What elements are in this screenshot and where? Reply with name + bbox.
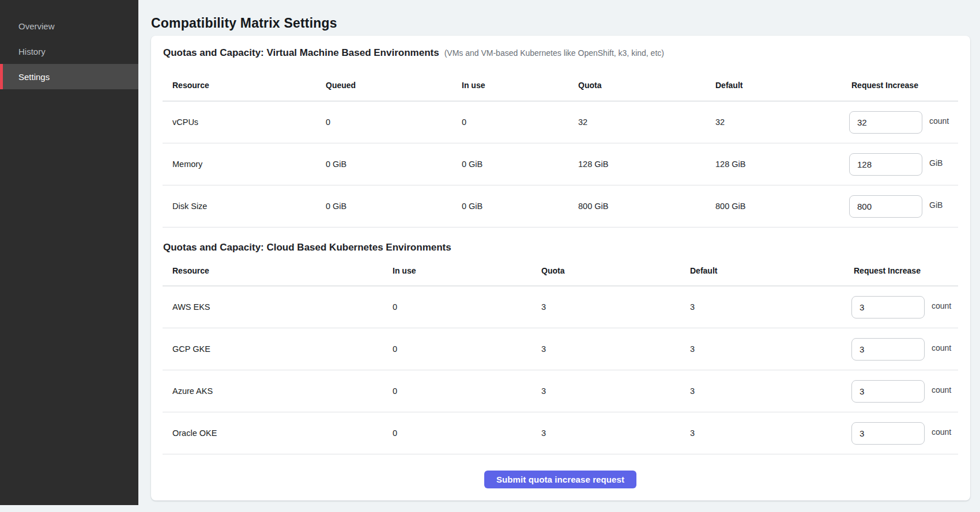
cell-in-use: 0 xyxy=(393,428,541,438)
unit-label: count xyxy=(932,385,951,395)
cloud-table-header-row: Resource In use Quota Default Request In… xyxy=(163,256,958,286)
cell-resource: Azure AKS xyxy=(163,386,393,396)
quotas-settings-card: Quotas and Capacity: Virtual Machine Bas… xyxy=(151,36,970,500)
vm-section-subtitle: (VMs and VM-based Kubernetes like OpenSh… xyxy=(444,48,664,58)
cell-quota: 3 xyxy=(541,302,690,312)
cell-default: 3 xyxy=(690,428,851,438)
cell-queued: 0 xyxy=(326,117,462,127)
table-row-vcpus: vCPUs 0 0 32 32 count xyxy=(163,101,958,143)
column-header-quota: Quota xyxy=(541,266,690,275)
request-increase-cell: GiB xyxy=(849,195,958,218)
cell-resource: Disk Size xyxy=(163,202,326,211)
request-increase-cell: count xyxy=(851,338,958,361)
submit-button-row: Submit quota increase request xyxy=(163,454,958,488)
cell-resource: GCP GKE xyxy=(163,344,393,354)
request-increase-input-memory[interactable] xyxy=(849,153,922,176)
cell-quota: 800 GiB xyxy=(578,202,715,211)
cell-default: 3 xyxy=(690,386,851,396)
request-increase-input-oracle-oke[interactable] xyxy=(851,422,925,445)
cloud-section-header: Quotas and Capacity: Cloud Based Kuberne… xyxy=(163,227,958,256)
vm-quota-table: Resource Queued In use Quota Default Req… xyxy=(163,69,958,227)
page-title: Compatibility Matrix Settings xyxy=(151,14,970,32)
column-header-resource: Resource xyxy=(163,81,326,90)
column-header-queued: Queued xyxy=(326,81,462,90)
cell-in-use: 0 xyxy=(393,344,541,354)
column-header-quota: Quota xyxy=(578,81,715,90)
cell-quota: 3 xyxy=(541,344,690,354)
request-increase-cell: count xyxy=(849,111,958,134)
cell-in-use: 0 xyxy=(393,386,541,396)
request-increase-cell: count xyxy=(851,380,958,403)
request-increase-input-gcp-gke[interactable] xyxy=(851,338,925,361)
request-increase-cell: GiB xyxy=(849,153,958,176)
table-row-azure-aks: Azure AKS 0 3 3 count xyxy=(163,370,958,412)
submit-quota-increase-button[interactable]: Submit quota increase request xyxy=(484,471,636,488)
cell-quota: 32 xyxy=(578,117,715,127)
cell-quota: 3 xyxy=(541,428,690,438)
column-header-default: Default xyxy=(715,81,849,90)
main-content: Compatibility Matrix Settings Quotas and… xyxy=(138,0,980,512)
sidebar: Overview History Settings xyxy=(0,0,138,505)
unit-label: GiB xyxy=(929,200,943,210)
cell-resource: AWS EKS xyxy=(163,302,393,312)
cell-default: 3 xyxy=(690,302,851,312)
vm-table-header-row: Resource Queued In use Quota Default Req… xyxy=(163,69,958,101)
sidebar-item-overview[interactable]: Overview xyxy=(0,13,138,39)
cloud-section-title: Quotas and Capacity: Cloud Based Kuberne… xyxy=(163,242,451,253)
column-header-in-use: In use xyxy=(393,266,541,275)
cell-resource: Memory xyxy=(163,160,326,169)
request-increase-input-azure-aks[interactable] xyxy=(851,380,925,403)
cell-quota: 3 xyxy=(541,386,690,396)
cell-in-use: 0 xyxy=(462,117,578,127)
table-row-gcp-gke: GCP GKE 0 3 3 count xyxy=(163,328,958,370)
column-header-request-increase: Request Increase xyxy=(849,81,958,90)
column-header-in-use: In use xyxy=(462,81,578,90)
sidebar-item-history[interactable]: History xyxy=(0,39,138,64)
table-row-disk-size: Disk Size 0 GiB 0 GiB 800 GiB 800 GiB Gi… xyxy=(163,185,958,227)
unit-label: GiB xyxy=(929,158,943,168)
request-increase-cell: count xyxy=(851,422,958,445)
cell-in-use: 0 GiB xyxy=(462,202,578,211)
table-row-aws-eks: AWS EKS 0 3 3 count xyxy=(163,286,958,328)
cell-quota: 128 GiB xyxy=(578,160,715,169)
cell-default: 800 GiB xyxy=(715,202,849,211)
cell-queued: 0 GiB xyxy=(326,202,462,211)
request-increase-cell: count xyxy=(851,296,958,318)
unit-label: count xyxy=(932,301,951,310)
unit-label: count xyxy=(929,116,949,126)
cell-default: 128 GiB xyxy=(715,160,849,169)
cell-in-use: 0 GiB xyxy=(462,160,578,169)
cell-resource: vCPUs xyxy=(163,117,326,127)
sidebar-item-settings[interactable]: Settings xyxy=(0,64,138,89)
cell-resource: Oracle OKE xyxy=(163,428,393,438)
cell-queued: 0 GiB xyxy=(326,160,462,169)
column-header-request-increase: Request Increase xyxy=(851,266,958,275)
column-header-default: Default xyxy=(690,266,851,275)
table-row-oracle-oke: Oracle OKE 0 3 3 count xyxy=(163,412,958,454)
sidebar-nav-list: Overview History Settings xyxy=(0,0,138,89)
column-header-resource: Resource xyxy=(163,266,393,275)
request-increase-input-vcpus[interactable] xyxy=(849,111,922,134)
unit-label: count xyxy=(932,427,951,437)
cloud-quota-table: Resource In use Quota Default Request In… xyxy=(163,256,958,454)
unit-label: count xyxy=(932,343,951,352)
table-row-memory: Memory 0 GiB 0 GiB 128 GiB 128 GiB GiB xyxy=(163,143,958,185)
vm-section-header: Quotas and Capacity: Virtual Machine Bas… xyxy=(163,36,958,61)
request-increase-input-disk-size[interactable] xyxy=(849,195,922,218)
cell-default: 32 xyxy=(715,117,849,127)
request-increase-input-aws-eks[interactable] xyxy=(851,296,925,318)
cell-in-use: 0 xyxy=(393,302,541,312)
vm-section-title: Quotas and Capacity: Virtual Machine Bas… xyxy=(163,47,439,59)
cell-default: 3 xyxy=(690,344,851,354)
